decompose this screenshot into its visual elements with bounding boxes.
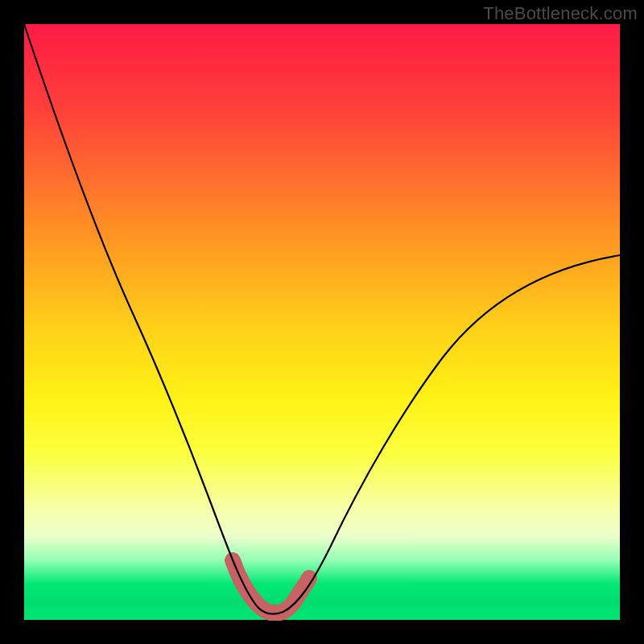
plot-area [24, 24, 620, 620]
chart-frame: TheBottleneck.com [0, 0, 644, 644]
bottleneck-curve [24, 24, 620, 614]
watermark-text: TheBottleneck.com [483, 3, 638, 24]
chart-svg [24, 24, 620, 620]
